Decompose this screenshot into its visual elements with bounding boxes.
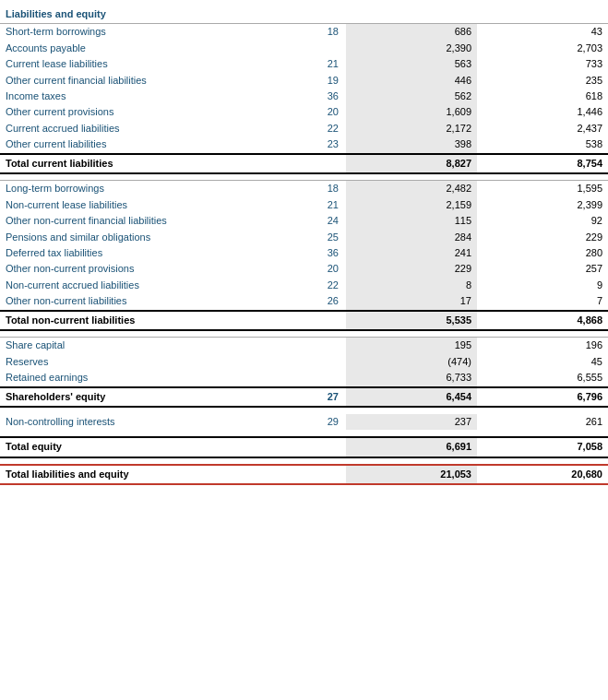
- row-note: 20: [295, 261, 346, 277]
- row-val2: 196: [477, 338, 608, 354]
- row-label: Shareholders' equity: [0, 387, 295, 407]
- table-row: Share capital195196: [0, 338, 608, 354]
- row-note: 27: [295, 387, 346, 407]
- row-label: Income taxes: [0, 89, 295, 104]
- row-val2: 1,446: [477, 104, 608, 120]
- row-val2: 9: [477, 278, 608, 293]
- row-note: 19: [295, 73, 346, 89]
- table-row: Other non-current liabilities26177: [0, 293, 608, 310]
- row-note: [295, 154, 346, 173]
- row-val2: 4,868: [477, 311, 608, 330]
- table-row: Non-current accrued liabilities2289: [0, 278, 608, 293]
- spacer-row: [0, 430, 608, 437]
- row-label: Other current liabilities: [0, 136, 295, 153]
- row-val1: 195: [346, 338, 477, 354]
- row-val1: 1,609: [346, 104, 477, 120]
- row-label: Other current provisions: [0, 104, 295, 120]
- row-val1: (474): [346, 354, 477, 370]
- row-val1: 284: [346, 230, 477, 245]
- table-row: Accounts payable2,3902,703: [0, 41, 608, 56]
- row-note: 18: [295, 24, 346, 41]
- row-label: Retained earnings: [0, 370, 295, 386]
- row-val2: 1,595: [477, 181, 608, 197]
- row-val1: 6,733: [346, 370, 477, 386]
- row-val2: 618: [477, 89, 608, 104]
- total-row: Total non-current liabilities5,5354,868: [0, 311, 608, 330]
- row-label: Total current liabilities: [0, 154, 295, 173]
- row-note: [295, 437, 346, 457]
- spacer-row: [0, 457, 608, 465]
- row-label: Total non-current liabilities: [0, 311, 295, 330]
- row-val2: 20,680: [477, 465, 608, 484]
- row-val1: 562: [346, 89, 477, 104]
- table-row: Non-controlling interests29237261: [0, 414, 608, 430]
- spacer-row: [0, 330, 608, 338]
- row-label: Current lease liabilities: [0, 56, 295, 72]
- row-label: Other current financial liabilities: [0, 73, 295, 89]
- table-row: Reserves(474)45: [0, 354, 608, 370]
- row-note: 23: [295, 136, 346, 153]
- row-val2: 2,437: [477, 121, 608, 136]
- row-val1: 5,535: [346, 311, 477, 330]
- row-val1: 17: [346, 293, 477, 310]
- row-val2: 235: [477, 73, 608, 89]
- row-note: 22: [295, 278, 346, 293]
- table-row: Non-current lease liabilities212,1592,39…: [0, 197, 608, 213]
- table-row: Other current liabilities23398538: [0, 136, 608, 153]
- row-note: [295, 41, 346, 56]
- row-note: [295, 338, 346, 354]
- row-val1: 2,482: [346, 181, 477, 197]
- row-val2: 7,058: [477, 437, 608, 457]
- row-val2: 229: [477, 230, 608, 245]
- row-note: [295, 370, 346, 386]
- row-label: Pensions and similar obligations: [0, 230, 295, 245]
- row-val1: 2,172: [346, 121, 477, 136]
- row-val2: 6,796: [477, 387, 608, 407]
- row-val2: 8,754: [477, 154, 608, 173]
- row-label: Other non-current provisions: [0, 261, 295, 277]
- row-val1: 229: [346, 261, 477, 277]
- row-note: 21: [295, 197, 346, 213]
- row-val2: 261: [477, 414, 608, 430]
- row-note: 18: [295, 181, 346, 197]
- row-val1: 2,159: [346, 197, 477, 213]
- row-val2: 6,555: [477, 370, 608, 386]
- row-label: Non-controlling interests: [0, 414, 295, 430]
- row-note: 26: [295, 293, 346, 310]
- row-note: 22: [295, 121, 346, 136]
- table-row: Other current provisions201,6091,446: [0, 104, 608, 120]
- row-label: Total liabilities and equity: [0, 465, 295, 484]
- row-label: Accounts payable: [0, 41, 295, 56]
- table-row: Income taxes36562618: [0, 89, 608, 104]
- row-val1: 6,454: [346, 387, 477, 407]
- row-note: 21: [295, 56, 346, 72]
- row-val2: 43: [477, 24, 608, 41]
- row-note: 25: [295, 230, 346, 245]
- section-header-liabilities: Liabilities and equity: [0, 4, 608, 24]
- row-label: Current accrued liabilities: [0, 121, 295, 136]
- row-note: 36: [295, 245, 346, 261]
- row-val2: 2,399: [477, 197, 608, 213]
- row-val2: 280: [477, 245, 608, 261]
- row-label: Long-term borrowings: [0, 181, 295, 197]
- section-title: Liabilities and equity: [0, 4, 608, 24]
- row-val1: 241: [346, 245, 477, 261]
- row-val2: 7: [477, 293, 608, 310]
- table-row: Retained earnings6,7336,555: [0, 370, 608, 386]
- row-val1: 6,691: [346, 437, 477, 457]
- row-label: Short-term borrowings: [0, 24, 295, 41]
- row-note: 20: [295, 104, 346, 120]
- row-label: Non-current accrued liabilities: [0, 278, 295, 293]
- row-val2: 92: [477, 213, 608, 229]
- row-val1: 2,390: [346, 41, 477, 56]
- row-label: Share capital: [0, 338, 295, 354]
- row-label: Total equity: [0, 437, 295, 457]
- row-val1: 115: [346, 213, 477, 229]
- final-total: Total liabilities and equity21,05320,680: [0, 465, 608, 484]
- row-label: Reserves: [0, 354, 295, 370]
- spacer-row: [0, 173, 608, 181]
- row-label: Deferred tax liabilities: [0, 245, 295, 261]
- row-val2: 733: [477, 56, 608, 72]
- table-row: Pensions and similar obligations25284229: [0, 230, 608, 245]
- row-label: Other non-current financial liabilities: [0, 213, 295, 229]
